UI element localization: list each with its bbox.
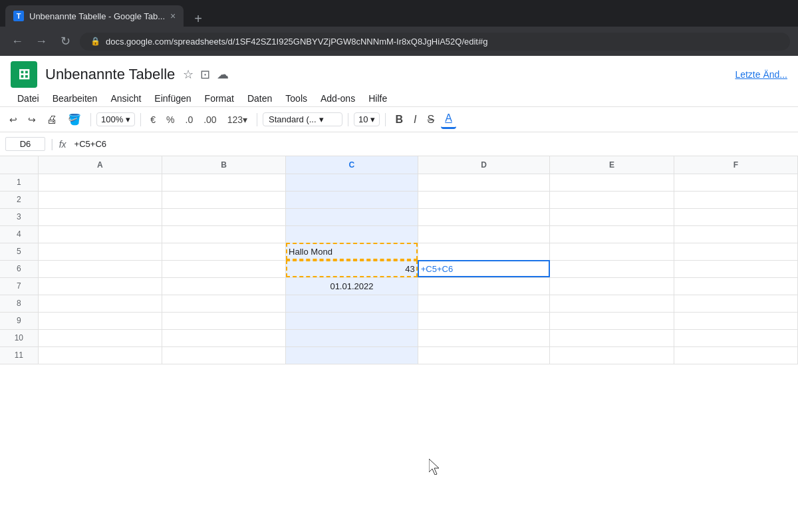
cell-a1[interactable] bbox=[38, 174, 162, 191]
cell-f2[interactable] bbox=[674, 191, 797, 208]
menu-datei[interactable]: Datei bbox=[11, 90, 46, 106]
cell-b10[interactable] bbox=[162, 329, 285, 346]
cell-b3[interactable] bbox=[162, 208, 285, 225]
spreadsheet-area[interactable]: A B C D E F 1 2 bbox=[0, 156, 798, 364]
cell-d5[interactable] bbox=[418, 243, 550, 260]
cell-e9[interactable] bbox=[550, 312, 674, 329]
cell-a4[interactable] bbox=[38, 225, 162, 243]
cell-d9[interactable] bbox=[418, 312, 550, 329]
cell-d3[interactable] bbox=[418, 208, 550, 225]
cell-f10[interactable] bbox=[674, 329, 797, 346]
col-header-f[interactable]: F bbox=[674, 156, 797, 174]
cell-a10[interactable] bbox=[38, 329, 162, 346]
menu-format[interactable]: Format bbox=[198, 90, 241, 106]
cell-a5[interactable] bbox=[38, 243, 162, 260]
cell-b1[interactable] bbox=[162, 174, 285, 191]
document-title[interactable]: Unbenannte Tabelle bbox=[45, 66, 175, 83]
back-button[interactable]: ← bbox=[8, 32, 27, 51]
col-header-a[interactable]: A bbox=[38, 156, 162, 174]
forward-button[interactable]: → bbox=[32, 32, 51, 51]
cell-a7[interactable] bbox=[38, 277, 162, 295]
cell-f4[interactable] bbox=[674, 225, 797, 243]
cell-reference-box[interactable]: D6 bbox=[5, 137, 45, 151]
cell-c8[interactable] bbox=[286, 295, 418, 312]
cell-c2[interactable] bbox=[286, 191, 418, 208]
menu-tools[interactable]: Tools bbox=[279, 90, 314, 106]
cell-f5[interactable] bbox=[674, 243, 797, 260]
paint-format-button[interactable]: 🪣 bbox=[64, 110, 85, 128]
print-button[interactable]: 🖨 bbox=[43, 111, 61, 128]
cell-e10[interactable] bbox=[550, 329, 674, 346]
zoom-select[interactable]: 100% ▾ bbox=[96, 112, 135, 126]
cell-b9[interactable] bbox=[162, 312, 285, 329]
decimal-more-button[interactable]: .00 bbox=[200, 112, 220, 128]
undo-button[interactable]: ↩ bbox=[5, 112, 21, 128]
menu-bearbeiten[interactable]: Bearbeiten bbox=[46, 90, 104, 106]
menu-hilfe[interactable]: Hilfe bbox=[362, 90, 394, 106]
cell-c4[interactable] bbox=[286, 225, 418, 243]
cell-f7[interactable] bbox=[674, 277, 797, 295]
col-header-d[interactable]: D bbox=[418, 156, 550, 174]
cell-e1[interactable] bbox=[550, 174, 674, 191]
new-tab-button[interactable]: + bbox=[189, 11, 207, 27]
cell-f9[interactable] bbox=[674, 312, 797, 329]
cell-e8[interactable] bbox=[550, 295, 674, 312]
cell-a11[interactable] bbox=[38, 346, 162, 364]
menu-ansicht[interactable]: Ansicht bbox=[104, 90, 148, 106]
cell-a2[interactable] bbox=[38, 191, 162, 208]
cell-d8[interactable] bbox=[418, 295, 550, 312]
cell-b7[interactable] bbox=[162, 277, 285, 295]
cell-c6[interactable]: 43 bbox=[286, 260, 418, 277]
cell-b11[interactable] bbox=[162, 346, 285, 364]
strikethrough-button[interactable]: S bbox=[424, 111, 439, 128]
cell-f3[interactable] bbox=[674, 208, 797, 225]
cell-d11[interactable] bbox=[418, 346, 550, 364]
cell-d1[interactable] bbox=[418, 174, 550, 191]
decimal-less-button[interactable]: .0 bbox=[182, 112, 198, 128]
cell-c11[interactable] bbox=[286, 346, 418, 364]
cell-d4[interactable] bbox=[418, 225, 550, 243]
col-header-e[interactable]: E bbox=[550, 156, 674, 174]
cell-c7[interactable]: 01.01.2022 bbox=[286, 277, 418, 295]
col-header-b[interactable]: B bbox=[162, 156, 285, 174]
underline-a-button[interactable]: A bbox=[441, 110, 456, 129]
font-size-select[interactable]: 10 ▾ bbox=[354, 112, 380, 126]
cell-b2[interactable] bbox=[162, 191, 285, 208]
cell-a3[interactable] bbox=[38, 208, 162, 225]
menu-daten[interactable]: Daten bbox=[241, 90, 279, 106]
bold-button[interactable]: B bbox=[391, 111, 407, 128]
cell-d6[interactable]: +C5+C6 bbox=[418, 260, 550, 277]
col-header-c[interactable]: C bbox=[286, 156, 418, 174]
cell-a8[interactable] bbox=[38, 295, 162, 312]
cell-f1[interactable] bbox=[674, 174, 797, 191]
formula-input[interactable] bbox=[72, 138, 793, 150]
number-format-button[interactable]: 123 ▾ bbox=[223, 112, 251, 128]
percent-button[interactable]: % bbox=[162, 112, 178, 128]
cell-b6[interactable] bbox=[162, 260, 285, 277]
refresh-button[interactable]: ↻ bbox=[56, 32, 74, 51]
close-tab-button[interactable]: × bbox=[170, 11, 176, 21]
font-family-select[interactable]: Standard (... ▾ bbox=[263, 112, 342, 126]
cell-c10[interactable] bbox=[286, 329, 418, 346]
cell-c9[interactable] bbox=[286, 312, 418, 329]
cell-a9[interactable] bbox=[38, 312, 162, 329]
cell-b4[interactable] bbox=[162, 225, 285, 243]
cell-b8[interactable] bbox=[162, 295, 285, 312]
cell-e11[interactable] bbox=[550, 346, 674, 364]
cell-f6[interactable] bbox=[674, 260, 797, 277]
cell-c5[interactable]: Hallo Mond bbox=[286, 243, 418, 260]
euro-button[interactable]: € bbox=[146, 112, 160, 128]
menu-addons[interactable]: Add-ons bbox=[314, 90, 362, 106]
cell-d10[interactable] bbox=[418, 329, 550, 346]
menu-einfuegen[interactable]: Einfügen bbox=[148, 90, 198, 106]
folder-icon[interactable]: ⊡ bbox=[200, 67, 210, 82]
italic-button[interactable]: I bbox=[410, 111, 420, 128]
cell-e5[interactable] bbox=[550, 243, 674, 260]
cell-e7[interactable] bbox=[550, 277, 674, 295]
cell-e3[interactable] bbox=[550, 208, 674, 225]
star-icon[interactable]: ☆ bbox=[183, 67, 194, 82]
address-bar[interactable]: 🔒 docs.google.com/spreadsheets/d/1SF42SZ… bbox=[80, 33, 790, 51]
cell-f8[interactable] bbox=[674, 295, 797, 312]
active-tab[interactable]: T Unbenannte Tabelle - Google Tab... × bbox=[5, 5, 184, 27]
redo-button[interactable]: ↪ bbox=[24, 112, 40, 128]
